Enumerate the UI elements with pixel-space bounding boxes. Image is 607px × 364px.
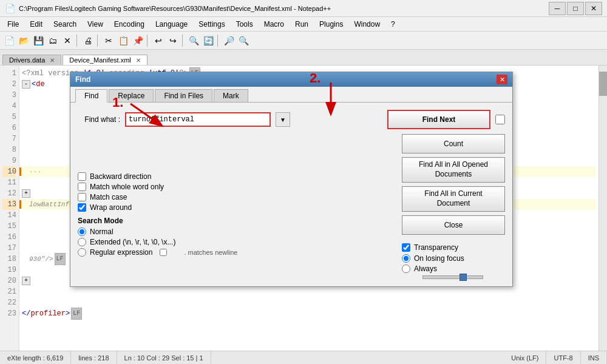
count-button[interactable]: Count <box>402 134 505 153</box>
matches-newline-checkbox[interactable] <box>160 249 167 256</box>
menu-search[interactable]: Search <box>49 19 81 30</box>
toolbar-undo[interactable]: ↩ <box>152 34 165 47</box>
find-what-dropdown[interactable]: ▼ <box>276 112 290 127</box>
tab-drivers-data-close[interactable]: ✕ <box>50 57 55 64</box>
wrap-around-checkbox[interactable] <box>78 203 86 212</box>
transparency-checkbox[interactable] <box>402 243 410 252</box>
find-next-checkbox[interactable] <box>495 115 505 124</box>
status-line-ending: Unix (LF) <box>504 351 546 364</box>
menu-bar: File Edit Search View Encoding Language … <box>0 17 607 32</box>
menu-help[interactable]: ? <box>386 19 400 30</box>
always-text: Always <box>414 265 437 273</box>
transparency-section: Transparency On losing focus Always <box>402 243 505 279</box>
transparency-check-label[interactable]: Transparency <box>402 243 505 252</box>
toolbar: 📄 📂 💾 🗂 ✕ 🖨 ✂ 📋 📌 ↩ ↪ 🔍 🔄 🔎 🔍 <box>0 32 607 50</box>
match-whole-word-checkbox[interactable] <box>78 183 86 191</box>
transparency-label-text: Transparency <box>414 243 458 252</box>
find-all-current-button[interactable]: Find All in CurrentDocument <box>402 186 505 212</box>
minimize-button[interactable]: ─ <box>549 2 566 15</box>
match-whole-word-label[interactable]: Match whole word only <box>78 183 392 191</box>
dialog-overlay: 1. 2. <box>0 66 607 351</box>
menu-macro[interactable]: Macro <box>259 19 289 30</box>
tab-drivers-data[interactable]: Drivers.data ✕ <box>2 55 61 65</box>
dialog-right: Count Find All in All OpenedDocuments Fi… <box>402 134 505 279</box>
on-losing-focus-label[interactable]: On losing focus <box>402 254 505 263</box>
radio-normal[interactable] <box>78 228 86 236</box>
menu-view[interactable]: View <box>83 19 108 30</box>
toolbar-save-all[interactable]: 🗂 <box>46 34 59 47</box>
match-case-text: Match case <box>90 193 127 201</box>
toolbar-copy[interactable]: 📋 <box>117 34 130 47</box>
toolbar-zoom-in[interactable]: 🔎 <box>222 34 236 47</box>
find-dialog: Find ✕ Find Replace Find in Files Mark F… <box>70 72 513 287</box>
slider-thumb[interactable] <box>459 274 467 281</box>
menu-language[interactable]: Language <box>151 19 192 30</box>
toolbar-new[interactable]: 📄 <box>2 34 16 47</box>
toolbar-open[interactable]: 📂 <box>17 34 30 47</box>
menu-edit[interactable]: Edit <box>25 19 47 30</box>
radio-regex[interactable] <box>78 248 86 257</box>
status-lines: lines : 218 <box>71 351 117 364</box>
find-what-row: Find what : ▼ Find Next <box>78 110 505 129</box>
menu-window[interactable]: Window <box>349 19 385 30</box>
app-icon: 📄 <box>5 4 15 13</box>
tab-drivers-data-label: Drivers.data <box>9 56 45 64</box>
toolbar-sep-1 <box>76 35 79 47</box>
title-bar-controls: ─ □ ✕ <box>549 2 602 15</box>
status-mode: INS <box>581 351 607 364</box>
title-bar: 📄 C:\Program Files\Logitech Gaming Softw… <box>0 0 607 17</box>
close-button[interactable]: Close <box>402 215 505 235</box>
toolbar-print[interactable]: 🖨 <box>81 34 95 47</box>
toolbar-cut[interactable]: ✂ <box>102 34 115 47</box>
dialog-tab-bar: Find Replace Find in Files Mark <box>70 87 512 103</box>
dialog-tab-mark[interactable]: Mark <box>214 89 248 102</box>
toolbar-zoom-out[interactable]: 🔍 <box>237 34 250 47</box>
radio-extended-label[interactable]: Extended (\n, \r, \t, \0, \x...) <box>78 238 392 246</box>
radio-on-losing-focus[interactable] <box>402 254 410 263</box>
toolbar-sep-5 <box>217 35 220 47</box>
status-length: eXte length : 6,619 <box>0 351 71 364</box>
backward-direction-label[interactable]: Backward direction <box>78 172 392 181</box>
match-case-checkbox[interactable] <box>78 193 86 201</box>
radio-regex-label[interactable]: Regular expression . matches newline <box>78 248 392 257</box>
dialog-close-button[interactable]: ✕ <box>497 75 507 84</box>
tab-device-manifest[interactable]: Device_Manifest.xml ✕ <box>63 55 147 65</box>
status-encoding: UTF-8 <box>546 351 580 364</box>
dialog-tab-replace[interactable]: Replace <box>109 89 154 102</box>
menu-run[interactable]: Run <box>290 19 313 30</box>
dialog-tab-find[interactable]: Find <box>75 89 107 103</box>
menu-plugins[interactable]: Plugins <box>314 19 348 30</box>
find-all-opened-button[interactable]: Find All in All OpenedDocuments <box>402 157 505 183</box>
backward-direction-checkbox[interactable] <box>78 172 86 181</box>
dialog-tab-find-in-files[interactable]: Find in Files <box>155 89 212 102</box>
match-case-label[interactable]: Match case <box>78 193 392 201</box>
toolbar-close[interactable]: ✕ <box>61 34 74 47</box>
always-label[interactable]: Always <box>402 265 505 273</box>
radio-regex-text: Regular expression <box>90 248 152 257</box>
slider-track[interactable] <box>422 275 483 279</box>
radio-normal-label[interactable]: Normal <box>78 228 392 236</box>
toolbar-paste[interactable]: 📌 <box>131 34 144 47</box>
toolbar-replace[interactable]: 🔄 <box>202 34 215 47</box>
wrap-around-label[interactable]: Wrap around <box>78 203 392 212</box>
toolbar-save[interactable]: 💾 <box>32 34 45 47</box>
dialog-main: Backward direction Match whole word only… <box>78 134 505 279</box>
menu-tools[interactable]: Tools <box>231 19 258 30</box>
menu-file[interactable]: File <box>2 19 24 30</box>
toolbar-redo[interactable]: ↪ <box>166 34 180 47</box>
radio-always[interactable] <box>402 265 410 273</box>
maximize-button[interactable]: □ <box>567 2 584 15</box>
find-what-input[interactable] <box>125 112 271 127</box>
radio-normal-text: Normal <box>90 228 114 236</box>
window-close-button[interactable]: ✕ <box>585 2 602 15</box>
tab-device-manifest-close[interactable]: ✕ <box>136 57 141 64</box>
toolbar-sep-3 <box>147 35 149 47</box>
dialog-title: Find <box>75 75 90 84</box>
radio-extended[interactable] <box>78 238 86 246</box>
menu-encoding[interactable]: Encoding <box>109 19 149 30</box>
find-next-button[interactable]: Find Next <box>387 110 490 129</box>
menu-settings[interactable]: Settings <box>194 19 229 30</box>
matches-newline-text: . matches newline <box>184 249 237 256</box>
toolbar-find[interactable]: 🔍 <box>187 34 200 47</box>
toolbar-sep-2 <box>97 35 100 47</box>
